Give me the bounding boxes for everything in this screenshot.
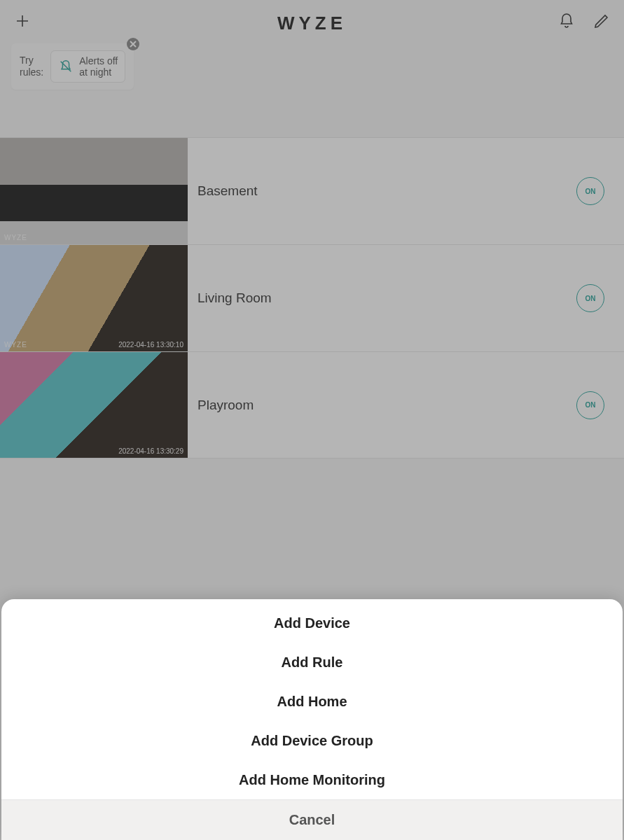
sheet-add-device[interactable]: Add Device	[1, 603, 623, 643]
sheet-add-rule[interactable]: Add Rule	[1, 643, 623, 682]
sheet-add-device-group[interactable]: Add Device Group	[1, 721, 623, 760]
sheet-add-home[interactable]: Add Home	[1, 682, 623, 721]
sheet-add-home-monitoring[interactable]: Add Home Monitoring	[1, 760, 623, 799]
sheet-cancel[interactable]: Cancel	[1, 799, 623, 840]
action-sheet: Add Device Add Rule Add Home Add Device …	[1, 599, 623, 840]
